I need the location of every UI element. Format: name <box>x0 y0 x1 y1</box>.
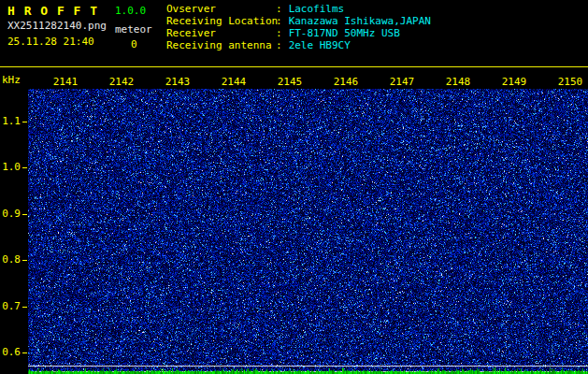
x-tick-label: 2149 <box>500 77 528 88</box>
station-info-row: Receiving antenna:2ele HB9CY <box>166 40 431 52</box>
info-colon: : <box>276 15 282 27</box>
hrofft-window: H R O F F T 1.0.0 XX2511282140.png meteo… <box>0 0 588 374</box>
info-label: Ovserver <box>166 4 276 15</box>
x-tick-label: 2144 <box>220 77 248 88</box>
y-tick-mark <box>22 260 27 261</box>
station-info: Ovserver:Lacofilms Receiving Location:Ka… <box>166 4 431 52</box>
y-tick-mark <box>22 122 27 122</box>
spectrogram-canvas <box>28 89 588 374</box>
y-tick-mark <box>22 352 27 353</box>
info-label: Receiver <box>166 28 276 39</box>
info-value: Kanazawa Ishikawa,JAPAN <box>289 15 431 27</box>
y-tick-label: 0.6 <box>0 347 21 358</box>
y-tick-label: 0.9 <box>0 209 21 220</box>
echo-count: 0 <box>131 39 137 50</box>
x-tick-label: 2141 <box>51 77 79 88</box>
info-value: FT-817ND 50MHz USB <box>289 27 400 39</box>
info-value: Lacofilms <box>289 3 345 15</box>
x-tick-label: 2146 <box>332 77 360 88</box>
y-axis-unit: kHz <box>2 75 21 86</box>
x-tick-label: 2147 <box>388 77 416 88</box>
app-title: H R O F F T <box>7 4 98 18</box>
y-tick-mark <box>22 167 27 168</box>
info-colon: : <box>276 39 282 51</box>
app-version: 1.0.0 <box>115 6 146 17</box>
x-tick-label: 2143 <box>164 77 192 88</box>
info-colon: : <box>276 27 282 39</box>
y-tick-label: 0.8 <box>0 254 21 266</box>
info-label: Receiving Location <box>166 16 276 27</box>
x-tick-label: 2148 <box>444 77 472 88</box>
y-tick-mark <box>22 214 27 215</box>
info-label: Receiving antenna <box>166 40 276 51</box>
y-tick-label: 1.0 <box>0 162 21 173</box>
x-tick-label: 2150 <box>556 77 584 88</box>
x-tick-label: 2145 <box>276 77 304 88</box>
header-separator <box>0 66 588 67</box>
datetime-label: 25.11.28 21:40 <box>7 36 94 48</box>
info-colon: : <box>276 3 282 15</box>
output-filename: XX2511282140.png <box>7 21 107 32</box>
info-value: 2ele HB9CY <box>289 39 351 51</box>
y-tick-label: 0.7 <box>0 301 21 312</box>
x-tick-label: 2142 <box>108 77 136 88</box>
y-tick-mark <box>22 307 27 308</box>
mode-label: meteor <box>115 24 152 36</box>
y-tick-label: 1.1 <box>0 116 21 127</box>
